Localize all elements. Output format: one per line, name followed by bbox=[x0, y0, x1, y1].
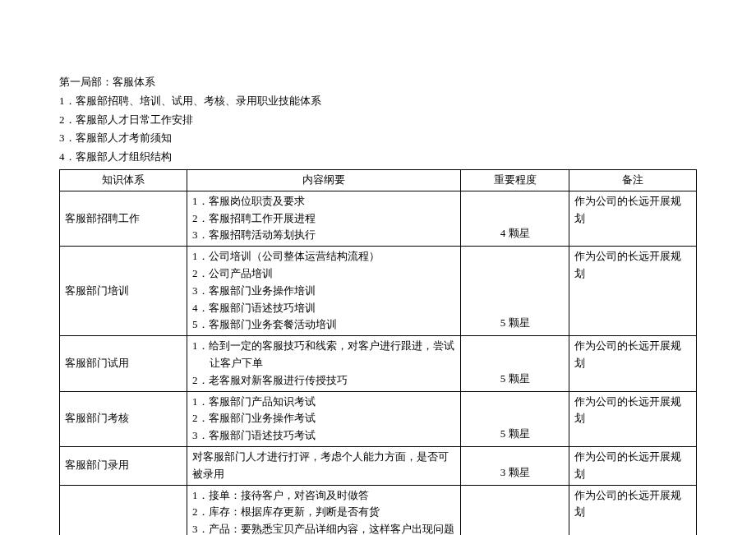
list-item: 3．客服招聘活动筹划执行 bbox=[192, 227, 455, 244]
table-row: 客服部门培训1．公司培训（公司整体运营结构流程）2．公司产品培训3．客服部门业务… bbox=[60, 247, 697, 336]
list-item: 1．公司培训（公司整体运营结构流程） bbox=[192, 248, 455, 265]
cell-note: 作为公司的长远开展规划 bbox=[569, 247, 697, 336]
list-item: 1．客服岗位职责及要求 bbox=[192, 193, 455, 210]
header-line-4: 4．客服部人才组织结构 bbox=[59, 149, 697, 166]
cell-note: 作为公司的长远开展规划 bbox=[569, 336, 697, 391]
header-line-2: 2．客服部人才日常工作安排 bbox=[59, 112, 697, 129]
cell-importance: 3 颗星 bbox=[461, 446, 569, 485]
cell-note: 作为公司的长远开展规划 bbox=[569, 446, 697, 485]
cell-note: 作为公司的长远开展规划 bbox=[569, 191, 697, 246]
header-text-1: 客服部招聘、培训、试用、考核、录用职业技能体系 bbox=[76, 95, 321, 107]
cell-content: 1．接单：接待客户，对咨询及时做答2．库存：根据库存更新，判断是否有货3．产品：… bbox=[187, 485, 461, 535]
table-row: 客服部门考核1．客服部门产品知识考试2．客服部门业务操作考试3．客服部门语述技巧… bbox=[60, 391, 697, 446]
list-item: 2．公司产品培训 bbox=[192, 265, 455, 283]
header-text-2: 客服部人才日常工作安排 bbox=[76, 113, 193, 126]
cell-content: 1．给到一定的客服技巧和线索，对客户进行跟进，尝试让客户下单2．老客服对新客服进… bbox=[187, 336, 461, 391]
col-note: 备注 bbox=[569, 169, 697, 191]
col-importance: 重要程度 bbox=[461, 169, 569, 191]
list-item: 2．客服部门业务操作考试 bbox=[192, 410, 455, 427]
cell-importance: 5 颗星 bbox=[461, 391, 569, 446]
list-item: 3．客服部门语述技巧考试 bbox=[192, 427, 455, 445]
cell-content: 1．公司培训（公司整体运营结构流程）2．公司产品培训3．客服部门业务操作培训4．… bbox=[187, 247, 461, 336]
header-line-3: 3．客服部人才考前须知 bbox=[59, 130, 697, 147]
knowledge-table: 知识体系 内容纲要 重要程度 备注 客服部招聘工作1．客服岗位职责及要求2．客服… bbox=[59, 169, 697, 535]
section-title: 第一局部：客服体系 bbox=[59, 74, 697, 91]
cell-note: 作为公司的长远开展规划 bbox=[569, 485, 697, 535]
header-line-1: 1．客服部招聘、培训、试用、考核、录用职业技能体系 bbox=[59, 93, 697, 110]
cell-system bbox=[60, 485, 187, 535]
table-header-row: 知识体系 内容纲要 重要程度 备注 bbox=[60, 169, 697, 191]
cell-importance: 4 颗星 bbox=[461, 191, 569, 246]
header-text-4: 客服部人才组织结构 bbox=[76, 150, 172, 163]
cell-system: 客服部门考核 bbox=[60, 391, 187, 446]
cell-system: 客服部招聘工作 bbox=[60, 191, 187, 246]
cell-content: 1．客服岗位职责及要求2．客服招聘工作开展进程3．客服招聘活动筹划执行 bbox=[187, 191, 461, 246]
table-row: 客服部招聘工作1．客服岗位职责及要求2．客服招聘工作开展进程3．客服招聘活动筹划… bbox=[60, 191, 697, 246]
list-item: 3．产品：要熟悉宝贝产品详细内容，这样客户出现问题好做 bbox=[192, 521, 455, 535]
cell-note: 作为公司的长远开展规划 bbox=[569, 391, 697, 446]
cell-importance: 5 颗星 bbox=[461, 336, 569, 391]
list-item: 1．接单：接待客户，对咨询及时做答 bbox=[192, 487, 455, 505]
cell-importance bbox=[461, 485, 569, 535]
cell-content: 对客服部门人才进行打评，考虑个人能力方面，是否可被录用 bbox=[187, 446, 461, 485]
list-item: 1．客服部门产品知识考试 bbox=[192, 394, 455, 411]
cell-system: 客服部门培训 bbox=[60, 247, 187, 336]
list-item: 5．客服部门业务套餐活动培训 bbox=[192, 316, 455, 334]
table-row: 客服部门试用1．给到一定的客服技巧和线索，对客户进行跟进，尝试让客户下单2．老客… bbox=[60, 336, 697, 391]
col-system: 知识体系 bbox=[60, 169, 187, 191]
list-item: 2．老客服对新客服进行传授技巧 bbox=[192, 372, 455, 390]
cell-system: 客服部门录用 bbox=[60, 446, 187, 485]
header-text-3: 客服部人才考前须知 bbox=[76, 131, 172, 144]
table-row: 1．接单：接待客户，对咨询及时做答2．库存：根据库存更新，判断是否有货3．产品：… bbox=[60, 485, 697, 535]
col-content: 内容纲要 bbox=[187, 169, 461, 191]
list-item: 1．给到一定的客服技巧和线索，对客户进行跟进，尝试让客户下单 bbox=[192, 338, 455, 372]
cell-content: 1．客服部门产品知识考试2．客服部门业务操作考试3．客服部门语述技巧考试 bbox=[187, 391, 461, 446]
list-item: 4．客服部门语述技巧培训 bbox=[192, 300, 455, 317]
cell-importance: 5 颗星 bbox=[461, 247, 569, 336]
list-item: 3．客服部门业务操作培训 bbox=[192, 283, 455, 300]
table-row: 客服部门录用对客服部门人才进行打评，考虑个人能力方面，是否可被录用3 颗星作为公… bbox=[60, 446, 697, 485]
list-item: 2．库存：根据库存更新，判断是否有货 bbox=[192, 504, 455, 521]
cell-system: 客服部门试用 bbox=[60, 336, 187, 391]
list-item: 2．客服招聘工作开展进程 bbox=[192, 210, 455, 228]
